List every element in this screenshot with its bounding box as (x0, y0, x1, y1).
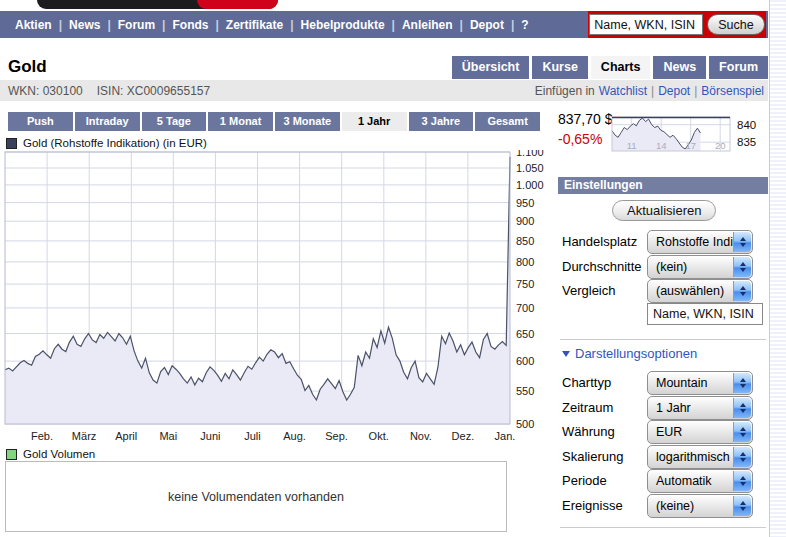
zeitraum-select[interactable]: 1 Jahr (647, 396, 753, 420)
page-background-stripes (769, 0, 786, 537)
tab-news[interactable]: News (653, 56, 706, 79)
tab-charts[interactable]: Charts (591, 56, 651, 79)
stepper-icon (733, 232, 751, 252)
nav-item-help[interactable]: ? (514, 18, 535, 32)
tab-forum[interactable]: Forum (709, 56, 768, 79)
quote-price: 837,70 $ (558, 111, 613, 127)
volume-empty-message: keine Volumendaten vorhanden (168, 490, 344, 504)
nav-item-depot[interactable]: Depot (463, 18, 511, 32)
chart-legend-label: Gold (Rohstoffe Indikation) (in EUR) (23, 137, 207, 149)
page-title: Gold (8, 57, 47, 77)
svg-text:650: 650 (516, 328, 534, 340)
ereignisse-value: (keine) (648, 499, 694, 513)
period-tab-3monate[interactable]: 3 Monate (275, 112, 340, 131)
skalierung-value: logarithmisch (648, 450, 730, 464)
quote-change: -0,65% (558, 131, 602, 147)
charttyp-select[interactable]: Mountain (647, 371, 753, 395)
chart-legend: Gold (Rohstoffe Indikation) (in EUR) (6, 137, 207, 149)
period-tab-5tage[interactable]: 5 Tage (142, 112, 207, 131)
durchschnitte-label: Durchschnitte (562, 259, 641, 274)
durchschnitte-select[interactable]: (kein) (647, 255, 753, 279)
stepper-icon (733, 257, 751, 277)
nav-item-news[interactable]: News (62, 18, 107, 32)
svg-text:700: 700 (516, 302, 534, 314)
search-button[interactable]: Suche (707, 14, 764, 35)
compare-search-input[interactable] (647, 303, 763, 325)
svg-text:Aug.: Aug. (283, 430, 306, 442)
nav-item-anleihen[interactable]: Anleihen (395, 18, 460, 32)
waehrung-value: EUR (648, 425, 682, 439)
svg-text:Dez.: Dez. (452, 430, 475, 442)
svg-text:900: 900 (516, 215, 534, 227)
zeitraum-value: 1 Jahr (648, 401, 691, 415)
tab-kurse[interactable]: Kurse (532, 56, 587, 79)
handelsplatz-row: Handelsplatz Rohstoffe Indik (562, 230, 768, 253)
svg-text:850: 850 (516, 235, 534, 247)
link-separator: | (694, 84, 697, 98)
period-tab-intraday[interactable]: Intraday (75, 112, 140, 131)
svg-text:835: 835 (737, 136, 756, 148)
skalierung-row: Skalierung logarithmisch (562, 445, 768, 468)
collapse-triangle-icon (562, 351, 570, 357)
nav-item-hebelprodukte[interactable]: Hebelprodukte (294, 18, 392, 32)
charttyp-value: Mountain (648, 376, 707, 390)
skalierung-select[interactable]: logarithmisch (647, 445, 753, 469)
vergleich-label: Vergleich (562, 283, 615, 298)
waehrung-label: Währung (562, 424, 615, 439)
charttyp-label: Charttyp (562, 375, 611, 390)
svg-text:20: 20 (715, 140, 726, 151)
nav-item-fonds[interactable]: Fonds (165, 18, 215, 32)
depot-link[interactable]: Depot (658, 84, 690, 98)
ereignisse-label: Ereignisse (562, 498, 623, 513)
durchschnitte-row: Durchschnitte (kein) (562, 255, 768, 278)
period-tab-3jahre[interactable]: 3 Jahre (409, 112, 474, 131)
nav-item-aktien[interactable]: Aktien (8, 18, 59, 32)
waehrung-row: Währung EUR (562, 420, 768, 443)
site-logo[interactable] (37, 0, 278, 9)
boersenspiel-link[interactable]: Börsenspiel (701, 84, 764, 98)
ereignisse-select[interactable]: (keine) (647, 494, 753, 518)
svg-text:600: 600 (516, 355, 534, 367)
nav-item-zertifikate[interactable]: Zertifikate (219, 18, 290, 32)
svg-text:Juli: Juli (244, 430, 261, 442)
svg-text:950: 950 (516, 197, 534, 209)
periode-select[interactable]: Automatik (647, 469, 753, 493)
period-tab-1monat[interactable]: 1 Monat (208, 112, 273, 131)
periode-row: Periode Automatik (562, 469, 768, 492)
svg-text:Sep.: Sep. (325, 430, 348, 442)
display-options-toggle[interactable]: Darstellungsoptionen (562, 346, 697, 361)
volume-legend: Gold Volumen (6, 448, 95, 460)
waehrung-select[interactable]: EUR (647, 420, 753, 444)
tab-uebersicht[interactable]: Übersicht (452, 56, 530, 79)
svg-text:Mai: Mai (159, 430, 177, 442)
main-chart-svg[interactable]: 5005506006507007508008509009501.0001.050… (0, 150, 545, 446)
handelsplatz-select[interactable]: Rohstoffe Indik (647, 230, 753, 254)
refresh-button[interactable]: Aktualisieren (612, 200, 716, 221)
svg-text:14: 14 (656, 140, 667, 151)
period-tab-push[interactable]: Push (8, 112, 73, 131)
vergleich-select[interactable]: (auswählen) (647, 279, 753, 303)
svg-text:1.000: 1.000 (516, 179, 544, 191)
instrument-infobar: WKN: 030100 ISIN: XC0009655157 Einfügen … (0, 80, 768, 101)
periode-label: Periode (562, 473, 607, 488)
stepper-icon (733, 398, 751, 418)
divider (560, 527, 766, 528)
zeitraum-label: Zeitraum (562, 400, 613, 415)
svg-text:April: April (115, 430, 137, 442)
svg-text:Juni: Juni (200, 430, 220, 442)
watchlist-link[interactable]: Watchlist (599, 84, 647, 98)
display-options-title: Darstellungsoptionen (575, 346, 697, 361)
stepper-icon (733, 373, 751, 393)
period-tab-1jahr[interactable]: 1 Jahr (342, 112, 407, 131)
volume-legend-label: Gold Volumen (23, 448, 95, 460)
nav-item-forum[interactable]: Forum (111, 18, 162, 32)
durchschnitte-value: (kein) (648, 260, 687, 274)
period-tab-gesamt[interactable]: Gesamt (475, 112, 540, 131)
svg-text:Jan.: Jan. (495, 430, 516, 442)
stepper-icon (733, 281, 751, 301)
skalierung-label: Skalierung (562, 449, 623, 464)
sparkline-svg[interactable]: 11141720840835 (610, 114, 768, 156)
svg-text:Okt.: Okt. (369, 430, 389, 442)
svg-text:1.100: 1.100 (516, 150, 544, 158)
search-input[interactable] (589, 14, 703, 35)
